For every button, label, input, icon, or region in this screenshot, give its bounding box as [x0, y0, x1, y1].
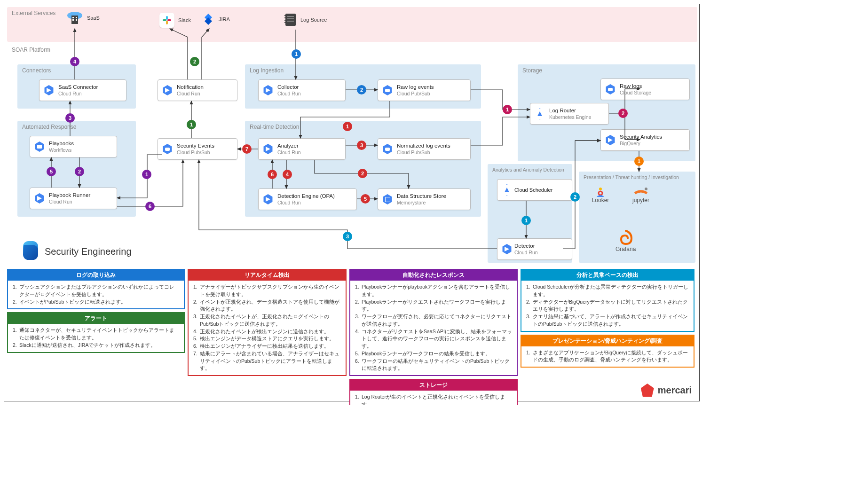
node-subtitle: BigQuery	[620, 141, 685, 147]
node-subtitle: Cloud Pub/Sub	[177, 149, 232, 156]
svg-rect-3	[76, 17, 77, 18]
badge: 1	[142, 170, 151, 179]
badge: 2	[190, 57, 199, 66]
branding-security-engineering: Security Engineering	[23, 241, 132, 262]
node-detection-engine: Detection Engine (OPA) Cloud Run	[258, 188, 357, 210]
legend-item: 通知コネクターが、セキュリティイベントトピックからアラートまたは修復イベントを受…	[13, 327, 179, 342]
legend-box: ログの取り込みプッシュアクションまたはプルアクションのいずれかによってコレクター…	[7, 269, 185, 309]
legend-box: 自動化されたレスポンスPlaybookランナーがplaybookアクションを含む…	[349, 269, 518, 376]
svg-rect-6	[166, 16, 168, 20]
zone-label: SOAR Platform	[12, 47, 50, 53]
app-jupyter: jupyter	[628, 187, 654, 204]
node-subtitle: Cloud Run	[177, 91, 232, 97]
node-subtitle: Cloud Run	[58, 91, 121, 97]
legend-item: Playbookランナーがリクエストされたワークフローを実行します。	[355, 298, 512, 314]
cloud-run-icon	[263, 194, 273, 204]
branding-title: Security Engineering	[45, 246, 132, 257]
svg-rect-10	[285, 14, 296, 26]
badge: 3	[357, 141, 366, 150]
node-subtitle: Cloud Run	[49, 199, 112, 205]
badge: 3	[65, 113, 75, 123]
zone-presentation: Presentation / Threat hunting / Investig…	[579, 172, 695, 263]
node-analyzer: Analyzer Cloud Run	[258, 138, 346, 160]
node-title: Detector	[514, 243, 567, 250]
legend-item: 検出エンジンがアナライザーに検出結果を送信します。	[193, 343, 341, 350]
node-subtitle: Cloud Run	[277, 91, 340, 97]
slack-icon	[159, 13, 174, 28]
legend-item: 正規化されたイベントが検出エンジンに送信されます。	[193, 328, 341, 336]
branding-company: mercari	[641, 382, 692, 398]
svg-point-18	[599, 188, 602, 190]
badge: 1	[187, 120, 196, 129]
legend-item: イベントが正規化され、データ構造ストアを使用して機能が強化されます。	[193, 298, 341, 314]
company-name: mercari	[658, 385, 692, 396]
legend-title: 分析と異常ベースの検出	[521, 270, 694, 281]
cloud-building-icon	[66, 11, 83, 25]
legend-item: Slackに通知が送信され、JIRAでチケットが作成されます。	[13, 342, 179, 349]
node-title: Data Structure Store	[397, 193, 466, 200]
legend-item: クエリ結果に基づいて、アラートが作成されてセキュリティイベントのPub/Subト…	[526, 313, 689, 328]
svg-point-19	[599, 191, 602, 195]
badge: 1	[503, 105, 512, 114]
gke-icon	[534, 108, 545, 119]
app-looker: Looker	[587, 187, 614, 204]
legend-title: プレゼンテーション/脅威ハンティング/調査	[521, 336, 694, 346]
svg-rect-13	[287, 21, 294, 22]
legend-item: 検出エンジンがデータ構造ストアにクエリを実行します。	[193, 335, 341, 343]
svg-rect-11	[287, 16, 294, 17]
zone-label: Log Ingestion	[250, 67, 284, 74]
badge: 6	[268, 170, 277, 179]
svg-rect-17	[284, 22, 286, 23]
node-detector: Detector Cloud Run	[497, 238, 572, 260]
node-saas-connector: SaaS Connector Cloud Run	[39, 79, 126, 101]
zone-label: Storage	[522, 67, 542, 74]
node-notification: Notification Cloud Run	[158, 79, 237, 101]
legend-item: Cloud Schedulerが分析または異常ディテクターの実行をトリガーします…	[526, 283, 689, 298]
pubsub-icon	[382, 85, 393, 95]
badge: 1	[521, 216, 531, 225]
svg-rect-15	[284, 17, 286, 18]
legend-item: 結果にアラートが含まれている場合、アナライザーはセキュリティイベントのPub/S…	[193, 350, 341, 372]
badge: 4	[70, 57, 79, 66]
cloud-run-icon	[44, 85, 54, 95]
legend: ログの取り込みプッシュアクションまたはプルアクションのいずれかによってコレクター…	[7, 269, 697, 405]
legend-item: コネクターがリクエストをSaaS APIに変換し、結果をフォーマットして、進行中…	[355, 328, 512, 350]
svg-rect-5	[76, 19, 77, 21]
zone-label: Real-time Detection	[250, 124, 299, 130]
node-title: Raw logs	[620, 83, 685, 90]
badge: 7	[242, 144, 252, 154]
node-title: SaaS Connector	[58, 84, 121, 91]
legend-item: ワークフローの結果がセキュリティイベントのPub/Subトピックに転送されます。	[355, 358, 512, 373]
node-title: Detection Engine (OPA)	[277, 193, 352, 200]
zone-label: External Services	[12, 10, 55, 16]
badge: 3	[343, 232, 352, 241]
jira-icon	[202, 13, 215, 26]
storage-icon	[605, 84, 615, 94]
svg-rect-12	[287, 18, 294, 19]
pubsub-icon	[162, 144, 173, 154]
node-title: Cloud Scheduler	[514, 187, 567, 193]
badge: 2	[358, 169, 367, 178]
ext-slack: Slack	[159, 13, 191, 28]
node-datastore: Data Structure Store Memorystore	[378, 188, 471, 210]
node-subtitle: Cloud Pub/Sub	[397, 91, 466, 97]
node-playbooks: Playbooks Workflows	[30, 136, 117, 157]
node-title: Collector	[277, 84, 340, 91]
notebook-icon	[284, 13, 297, 27]
node-title: Security Analytics	[620, 134, 685, 141]
badge: 1	[634, 157, 644, 166]
node-normlog: Normalized log events Cloud Pub/Sub	[378, 138, 471, 160]
node-title: Analyzer	[277, 143, 340, 149]
legend-item: ワークフローが実行され、必要に応じてコネクターにリクエストが送信されます。	[355, 313, 512, 328]
badge: 5	[47, 167, 56, 176]
svg-rect-2	[72, 17, 74, 18]
node-bigquery: Security Analytics BigQuery	[600, 129, 690, 151]
node-security-events: Security Events Cloud Pub/Sub	[158, 138, 237, 160]
legend-item: Playbookランナーがplaybookアクションを含むアラートを受信します。	[355, 283, 512, 298]
badge: 2	[75, 167, 84, 176]
legend-item: Playbookランナーがワークフローの結果を受信します。	[355, 350, 512, 358]
zone-label: Analytics and Anomaly Detection	[492, 167, 564, 173]
node-subtitle: Workflows	[49, 147, 112, 153]
legend-title: ストレージ	[350, 380, 517, 391]
badge: 1	[343, 122, 352, 131]
